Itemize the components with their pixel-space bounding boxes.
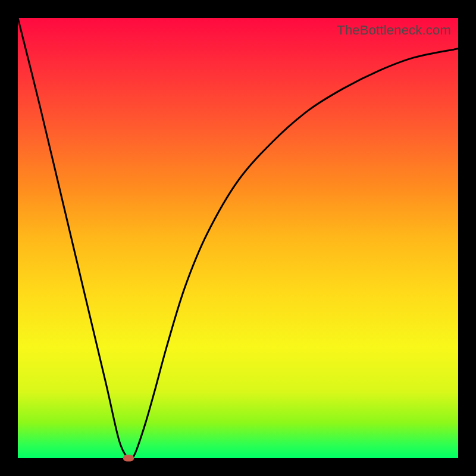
- curve-layer: [18, 18, 458, 458]
- plot-area: TheBottleneck.com: [18, 18, 458, 458]
- watermark-text: TheBottleneck.com: [337, 23, 451, 38]
- chart-frame: TheBottleneck.com: [0, 0, 476, 476]
- minimum-marker: [123, 455, 134, 462]
- bottleneck-curve: [18, 18, 458, 458]
